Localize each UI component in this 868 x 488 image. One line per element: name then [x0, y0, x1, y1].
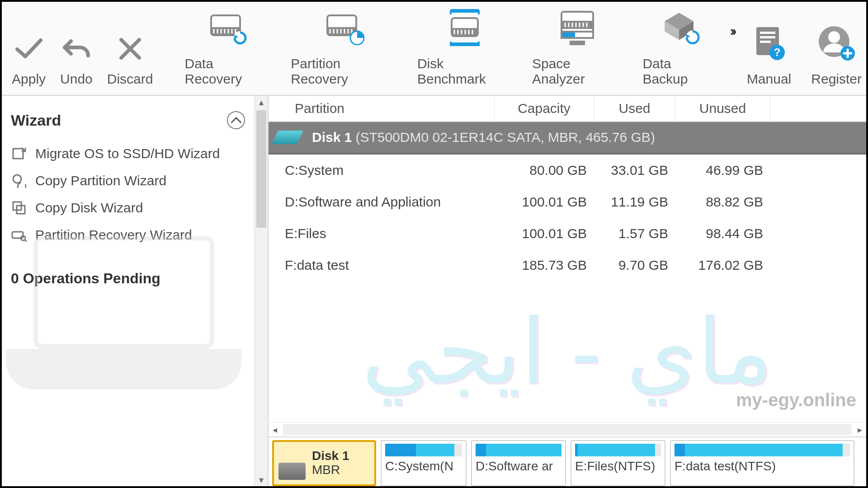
drive-search-icon — [11, 227, 27, 243]
wizard-group-title: Wizard — [11, 112, 61, 129]
svg-rect-53 — [13, 149, 23, 159]
usage-bar — [675, 444, 850, 456]
sidebar-item-label: Partition Recovery Wizard — [35, 227, 192, 243]
scroll-right-icon[interactable]: ▸ — [854, 424, 866, 435]
scroll-left-icon[interactable]: ◂ — [269, 424, 281, 435]
discard-label: Discard — [107, 71, 153, 87]
col-header-capacity[interactable]: Capacity — [495, 96, 594, 121]
manual-button[interactable]: ? Manual — [737, 23, 801, 87]
undo-button[interactable]: Undo — [57, 34, 96, 87]
partition-label: E:Files(NTFS) — [575, 459, 661, 474]
sidebar-item-copy-disk[interactable]: Copy Disk Wizard — [11, 194, 245, 221]
col-header-unused[interactable]: Unused — [675, 96, 770, 121]
scroll-down-icon[interactable]: ▾ — [259, 474, 264, 486]
horizontal-scrollbar[interactable]: ◂ ▸ — [269, 422, 866, 436]
sidebar-item-label: Copy Partition Wizard — [35, 173, 166, 188]
svg-rect-41 — [562, 33, 575, 37]
data-recovery-label: Data Recovery — [184, 56, 271, 87]
apply-label: Apply — [12, 71, 46, 87]
usage-bar — [575, 444, 661, 456]
data-backup-label: Data Backup — [642, 56, 717, 87]
sidebar-scrollbar[interactable]: ▴ ▾ — [254, 96, 268, 486]
col-header-partition[interactable]: Partition — [269, 96, 495, 121]
cell-partition: D:Software and Appliation — [269, 194, 495, 210]
hscroll-track[interactable] — [283, 424, 852, 435]
svg-rect-45 — [760, 32, 775, 34]
disk-benchmark-button[interactable]: Disk Benchmark — [407, 7, 522, 87]
data-recovery-icon — [208, 7, 248, 48]
cell-capacity: 100.01 GB — [495, 226, 594, 241]
space-analyzer-button[interactable]: Space Analyzer — [522, 7, 632, 87]
svg-rect-32 — [561, 21, 593, 29]
undo-icon — [62, 34, 91, 63]
disk-benchmark-label: Disk Benchmark — [417, 56, 512, 87]
svg-rect-42 — [570, 41, 585, 45]
watermark-arabic: ماي - ايجي — [362, 299, 774, 404]
partition-label: D:Software ar — [476, 459, 561, 474]
copy-disk-icon — [11, 200, 27, 216]
migrate-icon — [11, 145, 27, 162]
cell-partition: F:data test — [269, 258, 495, 273]
usage-bar — [385, 444, 462, 456]
data-backup-icon — [660, 7, 700, 48]
table-row[interactable]: D:Software and Appliation100.01 GB11.19 … — [269, 186, 866, 218]
register-button[interactable]: Register — [801, 23, 866, 87]
disk-name: Disk 1 — [312, 130, 352, 145]
main-toolbar: Apply Undo Discard Data Recovery — [2, 2, 866, 96]
register-icon — [816, 23, 857, 63]
col-header-used[interactable]: Used — [594, 96, 675, 121]
partition-label: F:data test(NTFS) — [675, 459, 850, 474]
hdd-icon — [278, 463, 306, 480]
disk-map-partition[interactable]: F:data test(NTFS) — [670, 440, 854, 486]
checkmark-icon — [14, 34, 43, 63]
disk-row[interactable]: Disk 1 (ST500DM0 02-1ER14C SATA, MBR, 46… — [269, 122, 866, 155]
sidebar-item-label: Migrate OS to SSD/HD Wizard — [35, 146, 220, 161]
cell-used: 11.19 GB — [594, 194, 675, 210]
sidebar: Wizard Migrate OS to SSD/HD Wizard Copy … — [2, 96, 269, 486]
watermark-laptop-icon — [6, 236, 241, 399]
svg-point-54 — [13, 175, 21, 183]
space-analyzer-label: Space Analyzer — [532, 56, 623, 87]
disk-map-partition[interactable]: D:Software ar — [471, 440, 566, 486]
apply-button[interactable]: Apply — [8, 34, 49, 87]
cell-used: 1.57 GB — [594, 226, 675, 241]
register-label: Register — [811, 71, 862, 87]
cell-capacity: 100.01 GB — [495, 194, 594, 210]
wizard-list: Migrate OS to SSD/HD Wizard Copy Partiti… — [11, 140, 245, 249]
scroll-thumb[interactable] — [256, 110, 266, 228]
watermark: ماي - ايجي — [269, 281, 866, 422]
sidebar-item-copy-partition[interactable]: Copy Partition Wizard — [11, 167, 245, 194]
cell-unused: 98.44 GB — [675, 226, 770, 241]
toolbar-overflow-icon[interactable]: ›› — [730, 23, 734, 39]
disk-detail: (ST500DM0 02-1ER14C SATA, MBR, 465.76 GB… — [355, 130, 655, 145]
disk-map-disk[interactable]: Disk 1 MBR — [272, 440, 376, 486]
partition-recovery-button[interactable]: Partition Recovery — [281, 7, 407, 87]
manual-icon: ? — [749, 23, 789, 63]
svg-rect-47 — [760, 41, 771, 43]
partition-recovery-label: Partition Recovery — [291, 56, 397, 87]
disk-benchmark-icon — [444, 7, 485, 48]
sidebar-item-migrate-os[interactable]: Migrate OS to SSD/HD Wizard — [11, 140, 245, 167]
svg-rect-21 — [451, 9, 479, 13]
svg-point-51 — [828, 31, 840, 43]
collapse-icon[interactable] — [227, 111, 245, 129]
partition-label: C:System(N — [385, 459, 462, 474]
table-row[interactable]: F:data test185.73 GB9.70 GB176.02 GB — [269, 249, 866, 281]
table-row[interactable]: C:System80.00 GB33.01 GB46.99 GB — [269, 155, 866, 186]
disk-map-partition[interactable]: C:System(N — [381, 440, 467, 486]
disk-map-type: MBR — [312, 463, 349, 477]
data-recovery-button[interactable]: Data Recovery — [175, 7, 281, 87]
table-row[interactable]: E:Files100.01 GB1.57 GB98.44 GB — [269, 218, 866, 249]
sidebar-item-label: Copy Disk Wizard — [35, 200, 143, 216]
scroll-up-icon[interactable]: ▴ — [259, 96, 264, 108]
disk-map-name: Disk 1 — [312, 449, 349, 463]
disk-map-partition[interactable]: E:Files(NTFS) — [571, 440, 665, 486]
space-analyzer-icon — [557, 7, 598, 48]
cell-capacity: 80.00 GB — [495, 163, 594, 178]
discard-button[interactable]: Discard — [104, 34, 157, 87]
data-backup-button[interactable]: Data Backup — [632, 7, 727, 87]
undo-label: Undo — [60, 71, 93, 87]
partition-recovery-icon — [324, 7, 364, 48]
svg-line-59 — [25, 240, 27, 242]
sidebar-item-partition-recovery[interactable]: Partition Recovery Wizard — [11, 221, 245, 249]
